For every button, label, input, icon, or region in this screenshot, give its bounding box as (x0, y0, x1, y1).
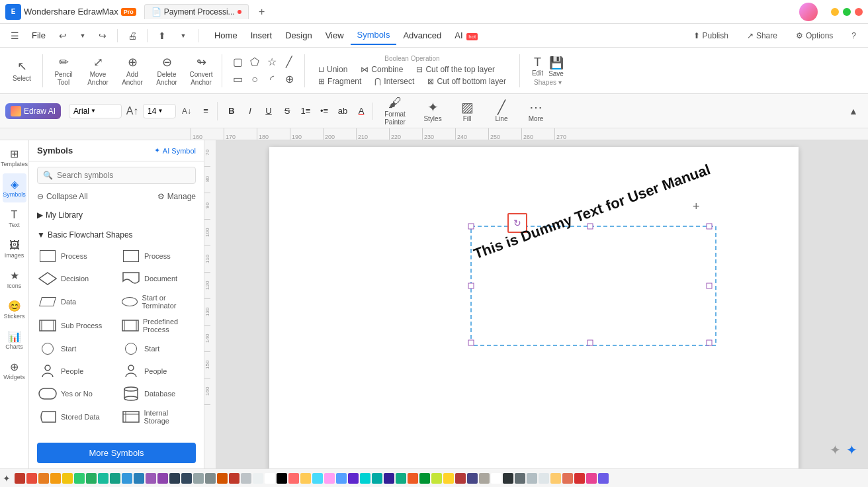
publish-button[interactable]: ⬆ Publish (687, 28, 735, 43)
color-swatch[interactable] (348, 473, 359, 484)
minimize-button[interactable] (831, 8, 839, 16)
color-swatch[interactable] (384, 473, 394, 484)
color-swatch[interactable] (229, 473, 239, 484)
sidebar-item-stickers[interactable]: 😊 Stickers (3, 295, 26, 324)
menu-view[interactable]: View (319, 26, 351, 44)
bold-button[interactable]: B (223, 103, 240, 120)
convert-anchor-tool[interactable]: ↬ Convert Anchor (185, 52, 218, 89)
color-swatch[interactable] (455, 473, 466, 484)
new-tab-button[interactable]: + (254, 4, 270, 20)
styles-button[interactable]: ✦ Styles (419, 99, 446, 123)
color-swatch[interactable] (312, 473, 323, 484)
strikethrough-button[interactable]: S (279, 103, 296, 120)
color-swatch[interactable] (360, 473, 370, 484)
format-painter-button[interactable]: 🖌 Format Painter (380, 95, 410, 126)
color-swatch[interactable] (265, 473, 275, 484)
symbol-start1[interactable]: Start (34, 339, 115, 359)
font-size-select[interactable]: 14 ▼ (143, 104, 176, 118)
font-family-select[interactable]: Arial ▼ (69, 104, 122, 118)
color-swatch[interactable] (396, 473, 406, 484)
sparkle-icon-2[interactable]: ✦ (846, 442, 857, 458)
sidebar-item-text[interactable]: T Text (3, 204, 26, 233)
collapse-all-button[interactable]: ⊖ Collapse All (37, 192, 88, 201)
color-swatch[interactable] (193, 473, 204, 484)
color-eye-dropper[interactable]: ✦ (3, 473, 11, 484)
symbol-search-box[interactable]: 🔍 (37, 167, 196, 184)
fill-button[interactable]: ▨ Fill (454, 99, 480, 123)
symbol-people2[interactable]: People (118, 361, 198, 381)
pencil-tool[interactable]: ✏ Pencil Tool (47, 52, 80, 89)
symbol-terminator[interactable]: Start or Terminator (118, 291, 198, 312)
color-swatch[interactable] (38, 473, 49, 484)
font-size-decrease-icon[interactable]: A↓ (177, 102, 196, 120)
share-button[interactable]: ↗ Share (740, 28, 784, 43)
menu-symbols[interactable]: Symbols (351, 26, 397, 45)
color-swatch[interactable] (419, 473, 430, 484)
edit-shape-button[interactable]: T Edit (532, 56, 543, 77)
shape-arc[interactable]: ◜ (265, 72, 279, 87)
manage-button[interactable]: ⚙ Manage (157, 192, 196, 201)
sparkle-icon-1[interactable]: ✦ (830, 442, 841, 458)
search-input[interactable] (57, 171, 190, 180)
color-swatch[interactable] (539, 473, 549, 484)
shape-pentagon[interactable]: ⬠ (247, 55, 262, 69)
shape-line[interactable]: ╱ (282, 55, 296, 69)
color-swatch[interactable] (550, 473, 561, 484)
shape-star[interactable]: ☆ (265, 55, 279, 69)
sidebar-item-images[interactable]: 🖼 Images (3, 234, 26, 263)
close-button[interactable] (855, 8, 863, 16)
move-anchor-tool[interactable]: ⤢ Move Anchor (81, 52, 114, 89)
undo-dropdown[interactable]: ▼ (73, 26, 92, 45)
undo-button[interactable]: ↩ (54, 26, 72, 45)
menu-ai[interactable]: AI hot (448, 26, 484, 44)
symbol-yesno[interactable]: Yes or No (34, 384, 115, 404)
cut-bottom-button[interactable]: ⊠ Cut off bottom layer (423, 75, 510, 87)
line-button[interactable]: ╱ Line (488, 99, 515, 123)
underline-button[interactable]: U (260, 103, 277, 120)
more-symbols-button[interactable]: More Symbols (37, 443, 196, 463)
color-swatch[interactable] (574, 473, 585, 484)
save-shape-button[interactable]: 💾 Save (548, 56, 564, 77)
symbol-data[interactable]: Data (34, 291, 115, 312)
print-button[interactable]: 🖨 (123, 26, 142, 45)
color-swatch[interactable] (98, 473, 108, 484)
add-anchor-tool[interactable]: ⊕ Add Anchor (116, 52, 149, 89)
color-swatch[interactable] (598, 473, 609, 484)
union-button[interactable]: ⊔ Union (314, 64, 351, 75)
export-button[interactable]: ⬆ (153, 26, 171, 45)
symbol-subprocess[interactable]: Sub Process (34, 315, 115, 336)
export-dropdown[interactable]: ▼ (174, 26, 193, 45)
color-swatch[interactable] (479, 473, 490, 484)
color-swatch[interactable] (288, 473, 299, 484)
shape-circle[interactable]: ○ (247, 72, 262, 87)
intersect-button[interactable]: ⋂ Intersect (370, 75, 418, 87)
color-swatch[interactable] (157, 473, 168, 484)
symbol-decision[interactable]: Decision (34, 269, 115, 288)
color-swatch[interactable] (86, 473, 97, 484)
font-color-button[interactable]: A (353, 103, 370, 120)
edraw-ai-button[interactable]: Edraw AI (5, 103, 61, 119)
color-swatch[interactable] (169, 473, 180, 484)
color-swatch[interactable] (134, 473, 144, 484)
color-swatch[interactable] (26, 473, 37, 484)
file-menu[interactable]: File (26, 28, 51, 43)
color-swatch[interactable] (431, 473, 442, 484)
wrap-button[interactable]: ab (334, 103, 351, 120)
color-swatch[interactable] (62, 473, 73, 484)
menu-home[interactable]: Home (208, 26, 244, 44)
sidebar-item-widgets[interactable]: ⊕ Widgets (3, 356, 26, 385)
color-swatch[interactable] (110, 473, 120, 484)
my-library-header[interactable]: ▶ My Library (34, 206, 198, 224)
shape-square[interactable]: ▢ (230, 55, 245, 69)
color-swatch[interactable] (122, 473, 132, 484)
redo-button[interactable]: ↪ (93, 26, 112, 45)
color-swatch[interactable] (443, 473, 454, 484)
sidebar-item-icons[interactable]: ★ Icons (3, 265, 26, 294)
menu-advanced[interactable]: Advanced (396, 26, 448, 44)
sidebar-item-charts[interactable]: 📊 Charts (3, 326, 26, 355)
color-swatch[interactable] (217, 473, 228, 484)
color-swatch[interactable] (586, 473, 597, 484)
maximize-button[interactable] (843, 8, 851, 16)
color-swatch[interactable] (562, 473, 573, 484)
color-swatch[interactable] (503, 473, 513, 484)
